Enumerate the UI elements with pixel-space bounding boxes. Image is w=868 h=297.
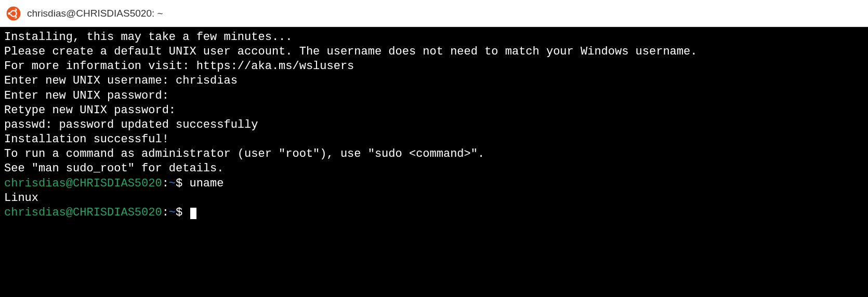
prompt-dollar: $ [176, 206, 182, 219]
prompt-user-host: chrisdias@CHRISDIAS5020 [4, 206, 162, 219]
terminal-line: Enter new UNIX username: chrisdias [4, 74, 864, 88]
cursor-icon [190, 208, 196, 219]
prompt-path: ~ [169, 206, 176, 219]
terminal-line: passwd: password updated successfully [4, 118, 864, 132]
command-text: uname [189, 177, 223, 190]
terminal-line: Installing, this may take a few minutes.… [4, 30, 864, 45]
window-titlebar[interactable]: chrisdias@CHRISDIAS5020: ~ [0, 0, 868, 27]
terminal-prompt-line: chrisdias@CHRISDIAS5020:~$ uname [4, 177, 864, 191]
svg-rect-5 [10, 12, 11, 14]
terminal-line: Retype new UNIX password: [4, 103, 864, 118]
ubuntu-icon [6, 6, 21, 21]
svg-point-2 [8, 12, 10, 15]
terminal-line: Enter new UNIX password: [4, 89, 864, 103]
prompt-dollar: $ [176, 177, 182, 190]
terminal-line: See "man sudo_root" for details. [4, 161, 864, 176]
prompt-path: ~ [169, 177, 176, 190]
terminal-prompt-line: chrisdias@CHRISDIAS5020:~$ [4, 206, 864, 220]
terminal-window: chrisdias@CHRISDIAS5020: ~ Installing, t… [0, 0, 868, 297]
prompt-colon: : [162, 177, 169, 190]
terminal-line: To run a command as administrator (user … [4, 147, 864, 161]
prompt-user-host: chrisdias@CHRISDIAS5020 [4, 177, 162, 190]
terminal-body[interactable]: Installing, this may take a few minutes.… [0, 27, 868, 297]
terminal-output: Linux [4, 191, 864, 206]
prompt-colon: : [162, 206, 169, 219]
terminal-line: Installation successful! [4, 132, 864, 147]
window-title: chrisdias@CHRISDIAS5020: ~ [27, 8, 163, 19]
terminal-line: Please create a default UNIX user accoun… [4, 45, 864, 59]
terminal-line: For more information visit: https://aka.… [4, 59, 864, 74]
